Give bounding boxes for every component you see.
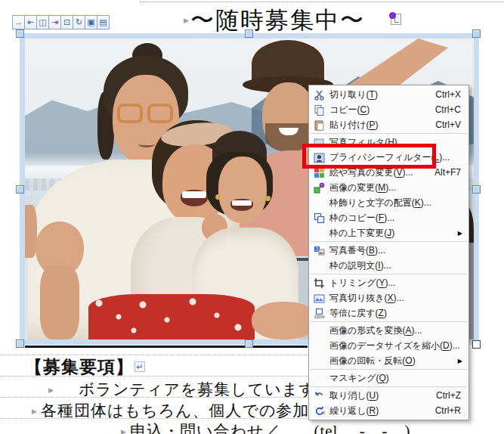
menu-item-label: 枠の上下変更(J) [329, 227, 394, 240]
menu-item-label: 繰り返し(R) [329, 405, 379, 417]
menu-item-change-image[interactable]: 画像の変更(M)... [309, 180, 468, 195]
menu-separator [311, 241, 467, 242]
no-icon [311, 197, 326, 209]
image-change-icon [311, 181, 326, 194]
menu-item-trimming[interactable]: トリミング(Y)... [309, 275, 468, 290]
redo-icon: R [311, 405, 326, 417]
svg-text:100%: 100% [314, 315, 324, 319]
no-icon [311, 339, 326, 352]
paste-icon [311, 119, 326, 131]
doc-line: ▶各種団体はもちろん、個人での参加も [32, 400, 326, 421]
menu-item-photo-cutout[interactable]: 写真切り抜き(X)... [309, 290, 468, 305]
menu-separator [311, 274, 467, 274]
crop-icon [311, 277, 326, 289]
title-row: ▶ 〜随時募集中〜 [0, 3, 504, 33]
svg-text:R: R [322, 411, 325, 415]
svg-text:2: 2 [315, 246, 318, 252]
menu-separator [311, 386, 467, 387]
photo-red-floral-dress [88, 294, 255, 339]
no-icon [311, 372, 326, 384]
menu-item-label: 枠のコピー(F)... [329, 212, 394, 225]
menu-item-paste[interactable]: 貼り付け(P)Ctrl+V [309, 117, 468, 132]
resize-handle-bottom-center[interactable] [245, 339, 253, 348]
submenu-arrow-icon: ▶ [458, 358, 464, 364]
menu-item-shortcut: Ctrl+V [435, 119, 464, 130]
resize-handle-top-right[interactable] [472, 29, 481, 38]
menu-item-rotate-flip[interactable]: 画像の回転・反転(O)▶ [309, 353, 468, 368]
copy-icon [311, 104, 326, 116]
menu-separator [311, 321, 467, 322]
menu-item-cut[interactable]: 切り取り(T)Ctrl+X [309, 87, 468, 102]
section-rule [25, 346, 308, 348]
resize-handle-mid-right[interactable] [472, 185, 481, 194]
no-icon [311, 227, 326, 239]
menu-item-label: トリミング(Y)... [329, 277, 395, 290]
menu-item-label: 切り取り(T) [329, 88, 378, 101]
menu-item-label: 貼り付け(P) [329, 119, 379, 132]
menu-item-copy-frame[interactable]: 枠のコピー(F)... [309, 210, 468, 225]
menu-item-frame-order[interactable]: 枠の上下変更(J)▶ [309, 225, 468, 240]
line-marker-icon: ▶ [121, 428, 127, 434]
menu-item-label: 画像のデータサイズを縮小(D)... [329, 339, 460, 352]
photo-number-icon: 2 [311, 244, 326, 256]
resize-handle-bottom-right[interactable] [472, 340, 481, 349]
page-guide-line [140, 2, 504, 2]
menu-item-shortcut: Ctrl+X [435, 89, 464, 100]
menu-item-label: コピー(C) [329, 104, 369, 116]
submenu-arrow-icon: ▶ [458, 230, 464, 237]
menu-separator [311, 369, 467, 370]
photo-joined-hands [252, 302, 317, 339]
line-marker-icon: ▶ [32, 408, 38, 415]
menu-item-photo-number[interactable]: 2写真番号(B)... [309, 243, 468, 258]
menu-item-label: 等倍に戻す(Z) [329, 307, 387, 320]
menu-item-label: 画像の形式を変換(A)... [329, 324, 422, 337]
page-title: 〜随時募集中〜 [190, 5, 365, 36]
menu-item-redo[interactable]: R繰り返し(R)Ctrl+R [309, 403, 468, 418]
resize-handle-top-center[interactable] [245, 29, 253, 38]
menu-item-shortcut: Ctrl+C [435, 104, 464, 115]
line-marker-icon: ▶ [184, 17, 189, 24]
app-canvas: →⇤◫⇥⊡↻▣▤ ▶ 〜随時募集中〜 [0, 0, 504, 434]
menu-item-undo[interactable]: 取り消し(U)Ctrl+Z [309, 388, 468, 403]
menu-item-masking[interactable]: マスキング(Q) [309, 370, 468, 386]
scissors-icon [311, 88, 326, 101]
menu-item-frame-caption[interactable]: 枠の説明文(I)... [309, 258, 468, 273]
menu-item-shortcut: Ctrl+Z [436, 390, 464, 401]
frame-copy-icon [311, 212, 326, 224]
resize-handle-top-left[interactable] [16, 29, 24, 38]
menu-item-label: マスキング(Q) [329, 372, 389, 385]
menu-item-label: 画像の回転・反転(O) [329, 355, 416, 367]
menu-item-actual-size[interactable]: 100%等倍に戻す(Z) [309, 305, 468, 321]
annotation-highlight [302, 144, 436, 169]
context-menu: 切り取り(T)Ctrl+Xコピー(C)Ctrl+C貼り付け(P)Ctrl+V写真… [308, 85, 469, 420]
menu-item-label: 取り消し(U) [329, 389, 379, 402]
menu-item-label: 画像の変更(M)... [329, 181, 396, 194]
menu-item-label: 枠飾りと文字の配置(K)... [329, 197, 431, 209]
menu-item-frame-decoration[interactable]: 枠飾りと文字の配置(K)... [309, 195, 468, 210]
menu-item-copy[interactable]: コピー(C)Ctrl+C [309, 102, 468, 117]
menu-item-shortcut: Ctrl+R [435, 405, 464, 416]
no-icon [311, 259, 326, 271]
line-marker-icon: ▶ [48, 386, 54, 394]
no-icon [311, 355, 326, 367]
menu-item-shortcut: Alt+F7 [434, 167, 464, 178]
undo-icon [311, 389, 326, 401]
resize-handle-mid-left[interactable] [16, 185, 24, 194]
no-icon [311, 324, 326, 336]
resize-handle-bottom-left[interactable] [16, 339, 24, 348]
menu-item-convert-format[interactable]: 画像の形式を変換(A)... [309, 323, 468, 338]
menu-item-label: 枠の説明文(I)... [329, 259, 391, 272]
doc-line: ▶ボランティアを募集しています [48, 379, 316, 400]
menu-item-label: 写真番号(B)... [329, 244, 385, 257]
frame-anchor-icon [391, 14, 401, 25]
return-mark-icon: ↵ [135, 361, 145, 372]
menu-item-label: 写真切り抜き(X)... [329, 292, 404, 305]
photo-cutout-icon [311, 292, 326, 304]
actual-size-icon: 100% [311, 307, 326, 319]
menu-separator [311, 133, 467, 134]
doc-line: ▶申込・問い合わせ／ (tel. - - ) [121, 420, 411, 434]
doc-heading: 【募集要項】 [25, 355, 134, 379]
menu-item-reduce-data-size[interactable]: 画像のデータサイズを縮小(D)... [309, 338, 468, 353]
